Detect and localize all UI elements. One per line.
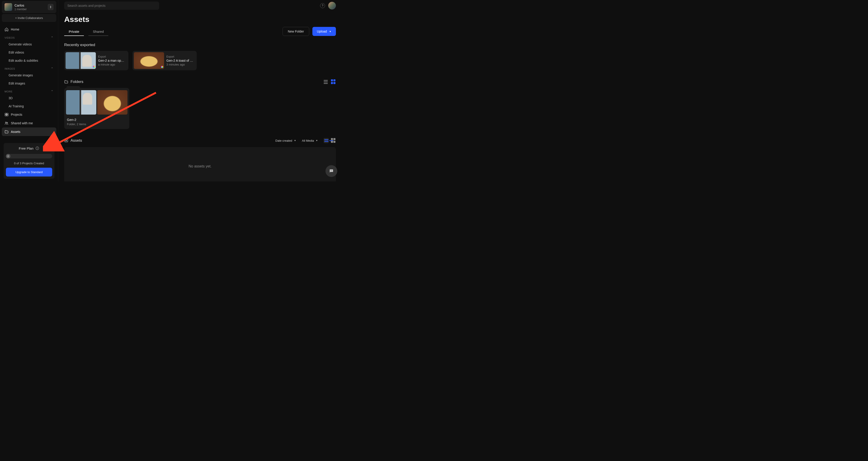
export-tag: Export (98, 55, 126, 58)
play-icon (64, 139, 68, 143)
assets-section-title: Assets (70, 138, 82, 143)
progress-knob: 0 (6, 154, 10, 158)
svg-point-13 (332, 171, 332, 171)
top-bar: Search assets and projects ? (64, 0, 336, 11)
sort-dropdown[interactable]: Date created ▼ (275, 139, 296, 142)
folder-icon (64, 80, 68, 84)
folder-card[interactable]: Gen-2 Folder, 2 items (64, 88, 129, 129)
invite-collaborators-button[interactable]: + Invite Collaborators (2, 14, 56, 22)
nav-edit-videos-label: Edit videos (8, 51, 24, 54)
export-name: Gen-2 A toast of br… (166, 59, 194, 62)
nav-home[interactable]: Home (2, 25, 56, 34)
projects-icon (4, 113, 8, 117)
assets-list-header: Assets Date created ▼ All Media ▼ (64, 138, 336, 143)
folders-row: Gen-2 Folder, 2 items (64, 88, 336, 129)
nav-projects-label: Projects (11, 113, 22, 116)
nav-assets-label: Assets (11, 130, 20, 133)
tab-shared[interactable]: Shared (88, 27, 108, 36)
tab-shared-label: Shared (93, 30, 104, 33)
section-header-images[interactable]: IMAGES ⌃ (2, 65, 56, 71)
export-card[interactable]: Export Gen-2 A toast of br… 3 minutes ag… (132, 51, 197, 70)
chevron-down-icon: ▼ (294, 140, 296, 142)
upgrade-label: Upgrade to Standard (16, 171, 43, 174)
videos-header-label: VIDEOS (4, 36, 15, 39)
empty-state-text: No assets yet. (188, 164, 211, 168)
nav-shared-with-me[interactable]: Shared with me (2, 119, 56, 127)
nav-projects[interactable]: Projects (2, 110, 56, 119)
nav-ai-training[interactable]: AI Training (2, 102, 56, 110)
invite-label: + Invite Collaborators (15, 16, 43, 20)
list-view-icon[interactable] (324, 138, 329, 143)
workspace-switcher[interactable]: Carlos 1 member ▲▼ (2, 1, 56, 13)
chevron-up-icon: ⌃ (51, 67, 54, 70)
user-avatar[interactable] (328, 2, 336, 9)
nav-edit-images[interactable]: Edit images (2, 79, 56, 88)
list-view-icon[interactable] (324, 79, 329, 84)
nav-edit-audio[interactable]: Edit audio & subtitles (2, 57, 56, 65)
tabs-row: Private Shared New Folder Upload ▼ (64, 27, 336, 36)
assets-view-toggles (324, 138, 336, 143)
images-header-label: IMAGES (4, 67, 15, 70)
grid-view-icon[interactable] (331, 138, 336, 143)
nav-assets[interactable]: Assets (2, 127, 56, 136)
nav-generate-videos-label: Generate videos (8, 42, 32, 46)
sort-label: Date created (275, 139, 292, 142)
upload-button[interactable]: Upload ▼ (312, 27, 336, 36)
people-icon (4, 121, 8, 125)
main-content: Search assets and projects ? Assets Priv… (58, 0, 342, 181)
section-header-more[interactable]: MORE ⌃ (2, 88, 56, 94)
assets-list-empty: No assets yet. (64, 147, 336, 181)
nav-generate-videos[interactable]: Generate videos (2, 40, 56, 49)
folder-tab-shape (66, 86, 80, 89)
nav-edit-images-label: Edit images (8, 82, 25, 85)
top-right: ? (320, 2, 336, 9)
nav-3d[interactable]: 3D (2, 94, 56, 102)
plan-title-row: Free Plan (6, 146, 52, 150)
workspace-updown-icon[interactable]: ▲▼ (48, 4, 54, 10)
new-folder-label: New Folder (288, 30, 304, 33)
more-header-label: MORE (4, 90, 12, 93)
tab-private[interactable]: Private (64, 27, 84, 36)
section-header-videos[interactable]: VIDEOS ⌃ (2, 34, 56, 40)
svg-rect-2 (5, 115, 6, 116)
recently-exported-row: Export Gen-2 a man opens… a minute ago E… (64, 51, 336, 70)
upgrade-button[interactable]: Upgrade to Standard (6, 168, 52, 177)
export-name: Gen-2 a man opens… (98, 59, 126, 62)
nav-shared-label: Shared with me (11, 121, 33, 125)
chevron-up-icon: ⌃ (51, 36, 54, 39)
folders-header: Folders (64, 79, 336, 84)
recently-exported-title: Recently exported (64, 43, 336, 47)
help-icon[interactable]: ? (320, 3, 325, 8)
chevron-down-icon: ▼ (329, 30, 331, 33)
export-card[interactable]: Export Gen-2 a man opens… a minute ago (64, 51, 128, 70)
folder-thumb (66, 90, 96, 115)
nav-generate-images-label: Generate images (8, 73, 33, 77)
nav-ai-training-label: AI Training (8, 104, 24, 108)
tab-actions: New Folder Upload ▼ (283, 27, 336, 36)
export-thumbnail (134, 52, 164, 69)
export-time: 3 minutes ago (166, 63, 194, 66)
tab-private-label: Private (69, 30, 79, 33)
filter-dropdown[interactable]: All Media ▼ (302, 139, 318, 142)
chevron-down-icon: ▼ (316, 140, 318, 142)
sidebar-bottom: Free Plan 0 0 of 3 Projects Created Upgr… (2, 141, 56, 181)
export-meta: Export Gen-2 a man opens… a minute ago (98, 55, 127, 66)
workspace-avatar (4, 3, 12, 11)
nav-edit-videos[interactable]: Edit videos (2, 49, 56, 57)
folders-title: Folders (70, 80, 84, 84)
search-input[interactable]: Search assets and projects (64, 2, 159, 10)
sidebar: Carlos 1 member ▲▼ + Invite Collaborator… (0, 0, 58, 181)
svg-point-11 (331, 171, 331, 171)
chat-fab[interactable] (326, 165, 337, 177)
export-time: a minute ago (98, 63, 126, 66)
grid-view-icon[interactable] (331, 79, 336, 84)
chevron-up-icon: ⌃ (51, 90, 54, 93)
nav-generate-images[interactable]: Generate images (2, 71, 56, 79)
upload-label: Upload (317, 30, 327, 33)
progress-value: 0 (7, 155, 9, 157)
filter-label: All Media (302, 139, 314, 142)
new-folder-button[interactable]: New Folder (283, 27, 309, 36)
info-icon[interactable] (35, 146, 39, 150)
folder-icon (4, 130, 8, 134)
chat-icon (329, 168, 334, 174)
